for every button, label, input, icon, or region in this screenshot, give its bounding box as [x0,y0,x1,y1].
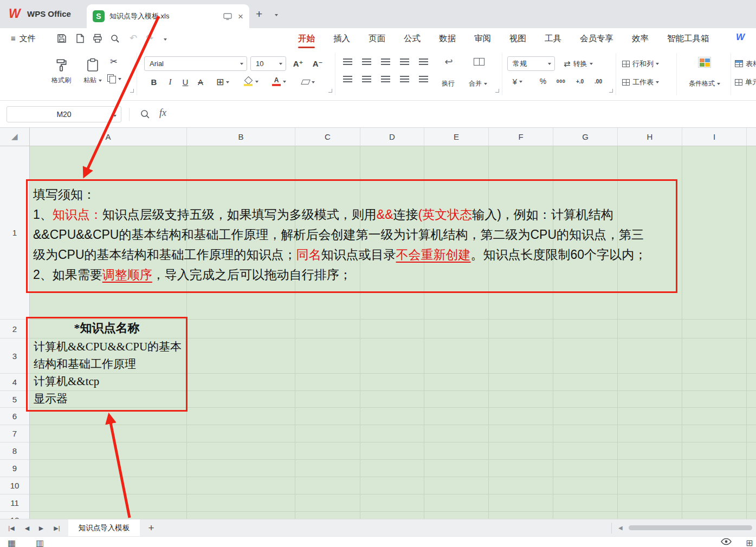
valign-bottom-button[interactable] [379,57,391,66]
ribbon-tab-3[interactable]: 页面 [369,28,385,49]
close-tab-icon[interactable]: × [238,12,243,21]
grid-view-icon[interactable]: ⊞ [746,538,753,547]
file-menu-button[interactable]: ≡文件 [11,28,36,49]
ribbon-tab-10[interactable]: 效率 [632,28,649,49]
merge-caret[interactable] [484,83,487,87]
paste-button[interactable]: 粘贴 [78,53,107,85]
bold-button[interactable]: B [147,75,160,89]
horizontal-scrollbar-thumb[interactable] [629,525,752,530]
row-header-6[interactable]: 6 [0,408,30,425]
new-tab-button[interactable]: + [256,7,262,21]
font-family-caret[interactable] [240,63,243,67]
merge-cells-label[interactable]: 合并 [462,79,494,88]
insert-function-button[interactable]: fx [159,107,166,119]
column-header-right[interactable] [747,128,756,146]
knowledge-point-entry[interactable]: 计算机&&tcp [34,373,184,390]
ribbon-tab-5[interactable]: 数据 [439,28,456,49]
borders-caret[interactable] [226,81,229,85]
borders-button[interactable]: ⊞ [212,75,233,89]
paste-caret[interactable] [99,80,102,83]
font-family-select[interactable]: Arial [144,56,247,71]
quickbar-caret[interactable] [164,38,167,42]
column-header-I[interactable]: I [682,128,747,146]
print-button[interactable] [92,34,103,43]
row-header-12[interactable]: 12 [0,512,30,519]
worksheet-button[interactable]: 工作表 [622,75,659,89]
dialog-launcher[interactable] [495,89,499,93]
preview-button[interactable] [109,34,120,43]
convert-caret[interactable] [590,63,593,67]
merge-cells-button[interactable] [471,56,487,67]
ribbon-tab-4[interactable]: 公式 [404,28,421,49]
valign-center-button[interactable] [360,57,372,66]
row-header-4[interactable]: 4 [0,374,30,391]
font-color-caret[interactable] [283,81,286,84]
number-format-select[interactable]: 常规 [507,56,555,71]
column-header-B[interactable]: B [187,128,295,146]
align-right-button[interactable] [379,75,391,83]
cell-style-button[interactable]: 单元格样式 [735,75,756,89]
rows-columns-button[interactable]: 行和列 [622,56,659,71]
currency-button[interactable]: ¥ [508,75,527,88]
redo-button[interactable]: ↷ [144,34,155,43]
save-button[interactable] [56,34,67,43]
column-header-E[interactable]: E [424,128,489,146]
row-header-11[interactable]: 11 [0,494,30,512]
ribbon-tab-9[interactable]: 会员专享 [580,28,613,49]
name-box-caret[interactable] [113,115,117,119]
format-painter-button[interactable]: 格式刷 [47,53,76,85]
fill-color-caret[interactable] [255,81,259,84]
row-header-8[interactable]: 8 [0,442,30,460]
tab-list-caret[interactable] [275,14,278,18]
row-header-1[interactable]: 1 [0,146,30,320]
wps-ai-badge[interactable]: W [736,32,745,43]
justify-button[interactable] [398,75,410,83]
board-icon[interactable]: ▥ [36,538,44,547]
worksheet-caret[interactable] [656,81,659,85]
eye-icon[interactable] [721,538,732,547]
row-header-2[interactable]: 2 [0,320,30,338]
number-format-caret[interactable] [548,63,551,67]
font-color-button[interactable]: A [269,74,289,89]
name-box[interactable]: M20 [7,106,121,122]
column-header-A[interactable]: A [30,128,187,146]
column-header-C[interactable]: C [295,128,360,146]
conditional-format-caret[interactable] [717,83,720,87]
valign-top-button[interactable] [341,57,353,66]
first-sheet-button[interactable]: |◀ [4,519,18,537]
conditional-format-label[interactable]: 条件格式 [679,79,731,88]
clear-format-caret[interactable] [312,81,315,85]
font-size-caret[interactable] [279,63,282,67]
dialog-launcher[interactable] [328,89,332,93]
wrap-text-label[interactable]: 换行 [435,79,462,88]
add-sheet-button[interactable]: + [143,519,159,537]
search-icon[interactable] [140,109,150,119]
dialog-launcher[interactable] [130,89,134,93]
row-header-7[interactable]: 7 [0,425,30,442]
select-all-corner[interactable]: ◢ [0,128,30,146]
last-sheet-button[interactable]: ▶| [50,519,64,537]
decrease-decimal-button[interactable]: .00 [591,76,606,87]
column-header-D[interactable]: D [360,128,424,146]
italic-button[interactable]: I [164,75,177,89]
percent-button[interactable]: % [537,75,550,88]
knowledge-point-column-header[interactable]: *知识点名称 [28,318,186,338]
ribbon-tab-11[interactable]: 智能工具箱 [667,28,709,49]
wrap-text-button[interactable]: ↩ [441,55,456,68]
increase-decimal-button[interactable]: +.0 [572,76,587,87]
wps-logo-icon[interactable]: W [9,6,21,21]
monitor-icon[interactable] [223,13,232,20]
decrease-font-button[interactable]: A⁻ [310,56,325,71]
export-button[interactable] [75,34,86,43]
hscroll-left-arrow[interactable]: ◀ [618,519,623,537]
increase-indent-button[interactable] [417,57,429,66]
convert-button[interactable]: ⇄转换 [564,56,593,71]
knowledge-point-entry[interactable]: 显示器 [34,390,184,407]
row-header-3[interactable]: 3 [0,338,30,374]
underline-button[interactable]: U [179,75,192,89]
sheet-tab-active[interactable]: 知识点导入模板 [68,519,140,537]
ribbon-tab-6[interactable]: 审阅 [474,28,491,49]
sheet-switch-icon[interactable]: ▦ [8,538,16,547]
column-header-H[interactable]: H [618,128,682,146]
dialog-launcher[interactable] [609,89,613,93]
